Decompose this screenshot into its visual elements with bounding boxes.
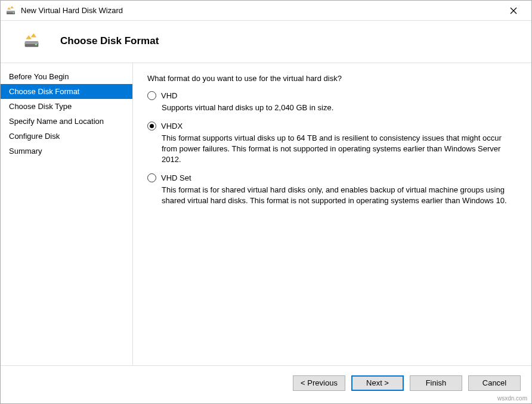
wizard-footer: < Previous Next > Finish Cancel	[1, 365, 531, 400]
radio-vhdset[interactable]	[147, 173, 156, 182]
step-summary[interactable]: Summary	[1, 144, 132, 159]
option-vhd: VHD Supports virtual hard disks up to 2,…	[147, 91, 516, 113]
wizard-icon	[23, 33, 40, 49]
step-label: Before You Begin	[9, 72, 69, 81]
step-before-you-begin[interactable]: Before You Begin	[1, 69, 132, 84]
option-vhdx-label: VHDX	[161, 122, 183, 130]
step-label: Choose Disk Type	[9, 102, 72, 111]
page-title: Choose Disk Format	[60, 35, 159, 47]
step-label: Configure Disk	[9, 132, 60, 141]
option-vhd-label: VHD	[161, 91, 177, 100]
option-vhdx-row[interactable]: VHDX	[147, 122, 516, 130]
svg-point-7	[35, 43, 37, 45]
previous-button[interactable]: < Previous	[293, 375, 345, 391]
radio-vhd[interactable]	[147, 91, 156, 100]
radio-vhdx[interactable]	[147, 122, 156, 130]
step-label: Choose Disk Format	[9, 87, 79, 96]
close-icon	[510, 7, 517, 14]
option-vhdset: VHD Set This format is for shared virtua…	[147, 173, 516, 206]
close-button[interactable]	[502, 2, 525, 19]
step-choose-disk-format[interactable]: Choose Disk Format	[1, 84, 132, 99]
wizard-sidebar: Before You Begin Choose Disk Format Choo…	[1, 63, 133, 365]
cancel-button[interactable]: Cancel	[468, 375, 521, 391]
wizard-body: Before You Begin Choose Disk Format Choo…	[1, 63, 531, 365]
svg-point-2	[13, 12, 14, 13]
titlebar: New Virtual Hard Disk Wizard	[1, 1, 531, 21]
option-vhd-desc: Supports virtual hard disks up to 2,040 …	[162, 102, 516, 113]
step-label: Summary	[9, 147, 42, 156]
option-vhdset-row[interactable]: VHD Set	[147, 173, 516, 182]
step-choose-disk-type[interactable]: Choose Disk Type	[1, 99, 132, 114]
svg-rect-6	[25, 41, 39, 44]
option-vhd-row[interactable]: VHD	[147, 91, 516, 100]
option-vhdset-desc: This format is for shared virtual hard d…	[162, 185, 516, 206]
window-title: New Virtual Hard Disk Wizard	[21, 6, 502, 15]
app-icon	[5, 5, 16, 16]
step-label: Specify Name and Location	[9, 117, 104, 126]
wizard-header: Choose Disk Format	[1, 21, 531, 63]
svg-rect-1	[7, 11, 15, 13]
option-vhdset-label: VHD Set	[161, 173, 191, 182]
step-configure-disk[interactable]: Configure Disk	[1, 129, 132, 144]
option-vhdx-desc: This format supports virtual disks up to…	[162, 133, 516, 165]
next-button[interactable]: Next >	[351, 375, 404, 391]
format-prompt: What format do you want to use for the v…	[147, 74, 516, 83]
option-vhdx: VHDX This format supports virtual disks …	[147, 122, 516, 165]
finish-button[interactable]: Finish	[410, 375, 462, 391]
wizard-content: What format do you want to use for the v…	[133, 63, 531, 365]
step-specify-name-location[interactable]: Specify Name and Location	[1, 114, 132, 129]
